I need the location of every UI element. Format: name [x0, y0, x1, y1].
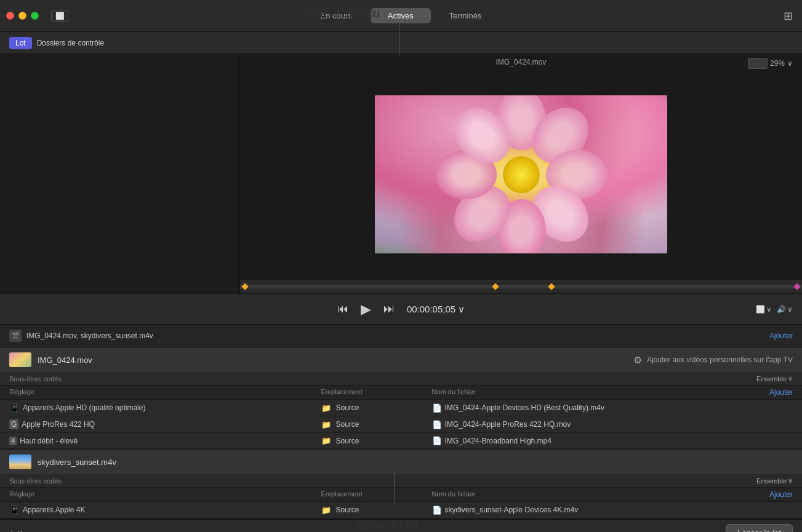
- folder-icon-0-1: 📁: [321, 420, 331, 429]
- cell-fichier-0-0: 📄 IMG_0424-Apple Devices HD (Best Qualit…: [432, 403, 744, 413]
- tab-termines[interactable]: Terminés: [432, 8, 499, 23]
- settings-icon-img0424[interactable]: ⚙: [633, 354, 642, 366]
- scrubber-area[interactable]: [240, 280, 802, 293]
- doc-icon-1-0: 📄: [432, 506, 442, 515]
- lancer-button[interactable]: Lancer le lot: [726, 524, 793, 532]
- ensemble-label-img0424: Ensemble: [756, 375, 787, 383]
- col-ajouter-skydivers[interactable]: Ajouter: [744, 490, 793, 499]
- hd-icon-0-2: 4: [9, 437, 17, 445]
- ensemble-chevron-skydivers: ∨: [788, 477, 793, 485]
- preview-main: IMG_0424.mov 29% ∨: [240, 54, 802, 293]
- folder-icon-0-2: 📁: [321, 436, 331, 445]
- dossiers-button[interactable]: Dossiers de contrôle: [37, 39, 104, 47]
- lot-button[interactable]: Lot: [9, 37, 32, 49]
- maximize-button[interactable]: [31, 12, 39, 20]
- cell-emplacement-0-2: 📁 Source: [321, 436, 432, 445]
- col-reglage-skydivers: Réglage: [9, 490, 321, 499]
- file-item-skydivers: skydivers_sunset.m4v Sous-titres codés E…: [0, 450, 802, 519]
- skip-back-button[interactable]: ⏮: [337, 303, 348, 316]
- tab-en-cours[interactable]: En cours: [303, 8, 369, 23]
- sub-toolbar: Lot Dossiers de contrôle: [0, 32, 802, 54]
- close-button[interactable]: [6, 12, 14, 20]
- tv-link-img0424[interactable]: Ajouter aux vidéos personnelles sur l'ap…: [647, 355, 793, 364]
- file-thumbnail-img0424: [9, 352, 31, 367]
- cell-reglage-0-1: G Apple ProRes 422 HQ: [9, 419, 321, 429]
- cell-reglage-0-2: 4 Haut débit - élevé: [9, 437, 321, 445]
- cell-emplacement-0-0: 📁 Source: [321, 403, 432, 413]
- playback-right-controls: ⬜ ∨ 🔊 ∨: [756, 305, 793, 314]
- layout-button[interactable]: ⊞: [784, 9, 793, 23]
- batch-header: 🎬 IMG_0424.mov, skydivers_sunset.m4v Ajo…: [0, 325, 802, 347]
- reglage-text-0-0: Appareils Apple HD (qualité optimale): [23, 403, 145, 412]
- zoom-control[interactable]: 29% ∨: [748, 58, 793, 69]
- fichier-text-0-2: IMG_0424-Broadband High.mp4: [445, 437, 551, 445]
- play-button[interactable]: ▶: [361, 301, 371, 317]
- subtitles-label-img0424: Sous-titres codés: [9, 375, 756, 383]
- prores-icon-0-1: G: [9, 419, 18, 429]
- file-thumbnail-skydivers: [9, 455, 31, 469]
- aspect-icon: ⬜: [756, 305, 765, 314]
- col-nomfichier-skydivers: Nom du fichier: [432, 490, 744, 499]
- table-row: 📱 Appareils Apple HD (qualité optimale) …: [0, 400, 802, 416]
- title-bar: ⬜ En cours Actives Terminés ⊞: [0, 0, 802, 32]
- skip-forward-button[interactable]: ⏭: [383, 303, 395, 316]
- batch-icon: 🎬: [9, 330, 22, 342]
- minimize-button[interactable]: [18, 12, 26, 20]
- scrubber-mid-marker1: [492, 283, 499, 290]
- tab-group: En cours Actives Terminés: [303, 8, 499, 23]
- batch-files-title: IMG_0424.mov, skydivers_sunset.m4v: [26, 332, 769, 340]
- reglage-text-0-1: Apple ProRes 422 HQ: [22, 420, 95, 429]
- timecode-display[interactable]: 00:00:05;05 ∨: [407, 304, 465, 315]
- sidebar-toggle-button[interactable]: ⬜: [51, 10, 68, 22]
- sidebar-icon: ⬜: [55, 12, 65, 20]
- add-button[interactable]: + ∨: [9, 528, 23, 533]
- file-item-img0424: IMG_0424.mov ⚙ Ajouter aux vidéos person…: [0, 347, 802, 450]
- scrubber-end-marker: [793, 283, 800, 290]
- emplacement-text-0-1: Source: [336, 420, 359, 429]
- aspect-chevron-icon: ∨: [766, 305, 772, 314]
- batch-area: 🎬 IMG_0424.mov, skydivers_sunset.m4v Ajo…: [0, 325, 802, 519]
- folder-icon-1-0: 📁: [321, 506, 331, 515]
- reglage-text-0-2: Haut débit - élevé: [20, 437, 78, 445]
- col-emplacement-img0424: Emplacement: [321, 388, 432, 397]
- zoom-percent: 29%: [770, 59, 785, 68]
- cell-reglage-1-0: 📱 Appareils Apple 4K: [9, 505, 321, 515]
- emplacement-text-1-0: Source: [336, 506, 359, 514]
- timecode-chevron-icon: ∨: [458, 304, 465, 315]
- ensemble-dropdown-img0424[interactable]: Ensemble ∨: [756, 375, 793, 383]
- scrubber-bar[interactable]: [240, 285, 802, 288]
- batch-ajouter-button[interactable]: Ajouter: [769, 332, 793, 340]
- aspect-button[interactable]: ⬜ ∨: [756, 305, 772, 314]
- device-icon-0-0: 📱: [9, 403, 20, 413]
- timecode-text: 00:00:05;05: [407, 304, 455, 314]
- traffic-lights: [6, 12, 39, 20]
- folder-icon-0-0: 📁: [321, 403, 331, 413]
- speaker-button[interactable]: 🔊 ∨: [777, 305, 793, 314]
- layout-icon: ⊞: [784, 10, 793, 22]
- col-ajouter-img0424[interactable]: Ajouter: [744, 388, 793, 397]
- col-emplacement-skydivers: Emplacement: [321, 490, 432, 499]
- cell-fichier-0-1: 📄 IMG_0424-Apple ProRes 422 HQ.mov: [432, 420, 744, 429]
- cell-emplacement-1-0: 📁 Source: [321, 506, 432, 515]
- ensemble-chevron-img0424: ∨: [788, 375, 793, 383]
- subtitles-header-img0424: Sous-titres codés Ensemble ∨: [0, 372, 802, 386]
- preview-image-container: [240, 69, 802, 280]
- preview-filename-text: IMG_0424.mov: [495, 58, 546, 66]
- fichier-text-1-0: skydivers_sunset-Apple Devices 4K.m4v: [445, 506, 579, 514]
- scrubber-start-marker: [241, 283, 248, 290]
- cell-reglage-0-0: 📱 Appareils Apple HD (qualité optimale): [9, 403, 321, 413]
- fichier-text-0-0: IMG_0424-Apple Devices HD (Best Quality)…: [445, 403, 604, 412]
- tab-actives[interactable]: Actives: [371, 8, 431, 23]
- speaker-chevron-icon: ∨: [787, 305, 793, 314]
- ensemble-dropdown-skydivers[interactable]: Ensemble ∨: [756, 477, 793, 485]
- emplacement-text-0-2: Source: [336, 437, 359, 445]
- doc-icon-0-1: 📄: [432, 420, 442, 429]
- add-chevron-icon: ∨: [17, 528, 23, 533]
- col-headers-img0424: Réglage Emplacement Nom du fichier Ajout…: [0, 386, 802, 400]
- bottom-bar: + ∨ Lancer le lot: [0, 519, 802, 532]
- file-item-header-skydivers: skydivers_sunset.m4v: [0, 450, 802, 474]
- subtitles-label-skydivers: Sous-titres codés: [9, 477, 756, 485]
- scrubber-mid-marker2: [548, 283, 555, 290]
- preview-filename-bar: IMG_0424.mov 29% ∨: [240, 54, 802, 69]
- preview-image: [375, 95, 667, 253]
